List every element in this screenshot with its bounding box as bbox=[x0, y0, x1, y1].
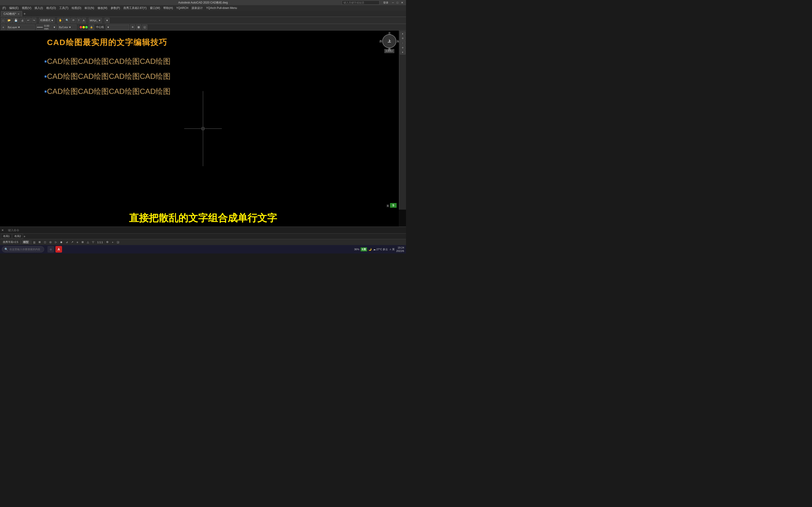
status-scale[interactable]: 1:1:1 bbox=[96, 241, 104, 244]
menu-item-insert[interactable]: 插入(I) bbox=[33, 6, 44, 10]
tray-weather[interactable]: ☁ 27°C 多云 bbox=[373, 247, 388, 251]
sep4 bbox=[103, 18, 103, 23]
lang-indicator[interactable]: 英 bbox=[387, 204, 389, 208]
system-clock: 19:24 2022/6 bbox=[396, 246, 404, 253]
pan-btn[interactable]: ✋ bbox=[57, 18, 63, 23]
gradient-btn[interactable]: ▦ bbox=[136, 25, 141, 30]
center-line-dropdown[interactable]: ▼ bbox=[106, 25, 129, 30]
status-down[interactable]: ▽ bbox=[91, 241, 95, 244]
mode-dropdown[interactable]: 经典模式 ▼ bbox=[39, 18, 55, 23]
status-qs[interactable]: ≡ bbox=[75, 241, 79, 244]
sep5 bbox=[78, 25, 78, 30]
status-bar: 燕秀字高=2.5 模型 ||| ⊞ ◻ ◎ ▷ ◉ ⊿ ↗ ≡ ⊞ △ ▽ 1:… bbox=[0, 239, 406, 245]
layout-tabs: 布局1 布局2 + bbox=[0, 233, 406, 239]
menu-item-edit[interactable]: 编辑(E) bbox=[8, 6, 20, 10]
title-max-btn[interactable]: □ bbox=[396, 1, 399, 4]
title-min-btn[interactable]: ─ bbox=[391, 1, 395, 4]
layout-tab-2[interactable]: 布局2 bbox=[12, 234, 23, 239]
layer-dropdown[interactable]: ByLayer ▼ bbox=[7, 25, 35, 30]
tab-close-icon[interactable]: ✕ bbox=[18, 13, 19, 15]
layout-tab-1[interactable]: 布局1 bbox=[1, 234, 12, 239]
orbit-btn[interactable]: ⟳ bbox=[71, 18, 76, 23]
taskbar-autocad-icon[interactable]: A bbox=[55, 246, 62, 252]
command-close-icon[interactable]: ✕ bbox=[1, 229, 4, 232]
right-btn-5[interactable]: ▼ bbox=[400, 50, 406, 54]
menu-item-yanxiu[interactable]: 燕秀工具箱2.87(Y) bbox=[122, 6, 148, 10]
status-snap[interactable]: ⊞ bbox=[38, 241, 42, 244]
west-label: 西 bbox=[379, 40, 382, 43]
status-settings[interactable]: ⚙ bbox=[105, 241, 109, 244]
right-btn-1[interactable]: ▲ bbox=[400, 32, 406, 36]
status-ws[interactable]: ◲ bbox=[116, 241, 120, 244]
menu-bar: (F) 编辑(E) 视图(V) 插入(I) 格式(O) 工具(T) 绘图(D) … bbox=[0, 5, 406, 11]
status-polar[interactable]: ◎ bbox=[48, 241, 53, 244]
tab-cad[interactable]: CAD教程* ✕ bbox=[1, 11, 22, 16]
command-input[interactable] bbox=[8, 229, 404, 232]
title-close-btn[interactable]: ✕ bbox=[400, 1, 404, 4]
menu-item-help[interactable]: 帮助(H) bbox=[162, 6, 174, 10]
status-add[interactable]: + bbox=[111, 241, 114, 244]
s-icon[interactable]: S bbox=[390, 203, 397, 208]
status-track[interactable]: ▷ bbox=[54, 241, 58, 244]
status-dyn[interactable]: ◉ bbox=[59, 241, 63, 244]
taskbar: 🔍 ○ A 36% S英 🌙 ☁ 27°C 多云 ∧ 英 19:24 2022/… bbox=[0, 245, 406, 253]
menu-item-pulldown[interactable]: YQArch Pull-down Menu bbox=[205, 6, 238, 10]
tray-night[interactable]: 🌙 bbox=[368, 248, 372, 251]
right-btn-3[interactable]: ↕ bbox=[400, 41, 406, 45]
new-btn[interactable]: □ bbox=[1, 18, 5, 23]
blue-handle-2 bbox=[45, 75, 47, 77]
cad-text-row-3: CAD绘图CAD绘图CAD绘图CAD绘图 bbox=[45, 87, 170, 97]
hatch-btn[interactable]: ≋ bbox=[130, 25, 135, 30]
taskbar-search-input[interactable] bbox=[9, 248, 40, 251]
right-btn-4[interactable]: ⊕ bbox=[400, 46, 406, 50]
menu-item-params[interactable]: 参数(P) bbox=[109, 6, 121, 10]
taskbar-circle-icon[interactable]: ○ bbox=[47, 246, 54, 252]
tray-expand[interactable]: ∧ 英 bbox=[389, 247, 395, 251]
status-grid[interactable]: ||| bbox=[33, 241, 37, 244]
menu-item-tools[interactable]: 工具(T) bbox=[58, 6, 70, 10]
north-label: 北 bbox=[388, 32, 391, 35]
tray-s-icon[interactable]: S英 bbox=[361, 247, 367, 251]
undo-btn[interactable]: ↩ bbox=[26, 18, 31, 23]
status-up[interactable]: △ bbox=[86, 241, 90, 244]
status-tp[interactable]: ↗ bbox=[70, 241, 74, 244]
menu-item-view[interactable]: 视图(V) bbox=[20, 6, 33, 10]
layout-add-btn[interactable]: + bbox=[23, 234, 26, 238]
menu-item-format[interactable]: 格式(O) bbox=[45, 6, 57, 10]
status-lw[interactable]: ⊿ bbox=[65, 241, 69, 244]
tab-add-btn[interactable]: + bbox=[22, 12, 27, 16]
lineweight-dropdown[interactable]: 0.00 mm ▼ bbox=[36, 25, 57, 30]
status-ortho[interactable]: ◻ bbox=[43, 241, 47, 244]
redo-btn[interactable]: ↪ bbox=[32, 18, 37, 23]
text-dropdown-arrow: ▼ bbox=[106, 19, 108, 22]
save-btn[interactable]: 💾 bbox=[13, 18, 19, 23]
login-label[interactable]: 登录 bbox=[383, 1, 388, 4]
open-btn[interactable]: 📂 bbox=[6, 18, 12, 23]
help-btn[interactable]: ? bbox=[77, 18, 81, 23]
font-dropdown[interactable]: MtXpl_ ▼ bbox=[89, 18, 102, 23]
menu-item-draw[interactable]: 绘图(D) bbox=[70, 6, 83, 10]
text-dropdown[interactable]: ▼ bbox=[105, 18, 109, 23]
taskbar-search-bar[interactable]: 🔍 bbox=[2, 246, 44, 252]
status-model[interactable]: 模型 bbox=[22, 240, 30, 244]
boundary-btn[interactable]: ◱ bbox=[142, 25, 147, 30]
menu-item-f[interactable]: (F) bbox=[1, 6, 7, 10]
zoom-btn[interactable]: 🔍 bbox=[64, 18, 70, 23]
menu-item-modify[interactable]: 修改(M) bbox=[96, 6, 109, 10]
layer-props-btn[interactable]: ≡ bbox=[1, 25, 6, 30]
tray-battery[interactable]: 36% bbox=[354, 248, 359, 251]
canvas-container[interactable]: CAD绘图最实用的文字编辑技巧 CAD绘图CAD绘图CAD绘图CAD绘图 CAD… bbox=[0, 31, 406, 227]
menu-item-window[interactable]: 窗口(W) bbox=[149, 6, 161, 10]
text-style-btn[interactable]: A bbox=[82, 18, 86, 23]
color-dot-red bbox=[80, 26, 82, 29]
print-btn[interactable]: 🖨 bbox=[20, 18, 25, 23]
menu-item-yuanquan[interactable]: 源泉设计 bbox=[190, 6, 204, 10]
lock-icon[interactable]: 🔒 bbox=[89, 25, 94, 30]
color-dropdown[interactable]: ByColor ▼ bbox=[58, 25, 77, 30]
title-search-input[interactable] bbox=[342, 0, 379, 5]
status-sc[interactable]: ⊞ bbox=[81, 241, 85, 244]
menu-item-annotate[interactable]: 标注(N) bbox=[83, 6, 96, 10]
menu-item-yqarch[interactable]: YQARCH bbox=[175, 6, 190, 10]
right-btn-2[interactable]: ⊞ bbox=[400, 36, 406, 40]
font-dropdown-arrow: ▼ bbox=[98, 19, 101, 22]
